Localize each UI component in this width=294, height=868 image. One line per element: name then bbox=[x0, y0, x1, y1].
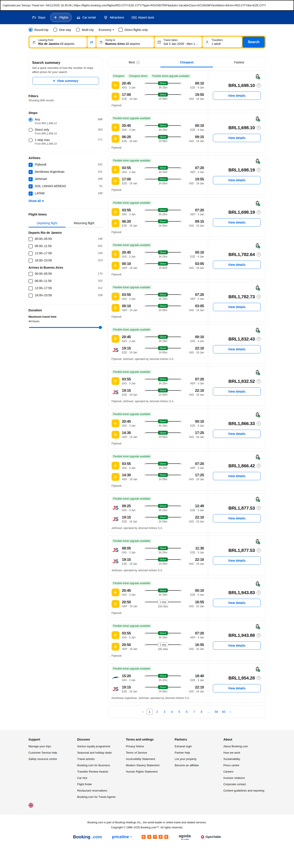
price-info-icon[interactable]: ? bbox=[257, 633, 261, 637]
view-details-button[interactable]: View details bbox=[213, 260, 260, 269]
view-details-button[interactable]: View details bbox=[213, 472, 260, 480]
sort-tab-fastest[interactable]: Fastest bbox=[213, 57, 265, 67]
view-details-button[interactable]: View details bbox=[213, 176, 260, 184]
footer-link[interactable]: Car hire bbox=[77, 776, 119, 779]
footer-link[interactable]: Customer Service help bbox=[29, 751, 71, 754]
footer-link[interactable]: Accessibility Statement bbox=[126, 757, 168, 761]
footer-link[interactable]: List your property bbox=[175, 757, 217, 761]
price-info-icon[interactable]: ? bbox=[257, 548, 261, 552]
previous-page-button[interactable]: ‹ bbox=[141, 710, 145, 714]
price-info-icon[interactable]: ? bbox=[257, 422, 261, 426]
page-button-59[interactable]: 59 bbox=[213, 709, 219, 715]
direct-flights-only-checkbox[interactable]: Direct flights only bbox=[119, 28, 148, 32]
time-option-0-3[interactable]: 18:00–23:59223 bbox=[29, 258, 102, 263]
footer-link[interactable]: Safety resource centre bbox=[29, 757, 71, 761]
nav-item-attractions[interactable]: Attractions bbox=[100, 13, 127, 22]
nav-item-car-rental[interactable]: Car rental bbox=[73, 13, 99, 22]
footer-link[interactable]: Travel articles bbox=[77, 757, 119, 761]
footer-link[interactable]: Manage your trips bbox=[29, 745, 71, 748]
duration-slider-thumb[interactable] bbox=[99, 326, 102, 329]
view-details-button[interactable]: View details bbox=[213, 92, 260, 100]
language-flag-uk-icon[interactable] bbox=[29, 803, 33, 808]
next-page-button[interactable]: › bbox=[228, 710, 233, 714]
view-details-button[interactable]: View details bbox=[213, 642, 260, 650]
opentable-logo[interactable]: OpenTable bbox=[201, 835, 221, 839]
trip-type-radio-1[interactable]: One way bbox=[53, 28, 71, 32]
page-button-3[interactable]: 3 bbox=[161, 709, 168, 715]
time-option-0-1[interactable]: 06:00–11:59281 bbox=[29, 244, 102, 248]
footer-link[interactable]: Terms of Service bbox=[126, 751, 168, 754]
nav-item-flights[interactable]: ✈Flights bbox=[50, 13, 72, 22]
price-info-icon[interactable]: ? bbox=[257, 210, 261, 214]
duration-slider[interactable] bbox=[29, 326, 102, 329]
trip-type-radio-2[interactable]: Multi-city bbox=[76, 28, 94, 32]
flight-times-tab-1[interactable]: Returning flight bbox=[66, 219, 102, 227]
footer-link[interactable]: About Booking.com bbox=[224, 745, 266, 748]
flight-times-tab-0[interactable]: Departing flight bbox=[29, 219, 66, 227]
time-option-0-2[interactable]: 12:00–17:59244 bbox=[29, 251, 102, 255]
time-option-1-0[interactable]: 00:00–05:59174 bbox=[29, 272, 102, 276]
page-button-60[interactable]: 60 bbox=[221, 709, 227, 715]
airline-option-4[interactable]: ✓LATAM185 bbox=[29, 191, 102, 196]
price-info-icon[interactable]: ? bbox=[257, 168, 261, 172]
view-details-button[interactable]: View details bbox=[213, 303, 260, 311]
footer-link[interactable]: Seasonal and holiday deals bbox=[77, 751, 119, 754]
price-info-icon[interactable]: ? bbox=[257, 676, 261, 680]
view-summary-button[interactable]: ✦View summary bbox=[32, 77, 99, 85]
footer-link[interactable]: Partner help bbox=[175, 751, 217, 754]
view-details-button[interactable]: View details bbox=[213, 345, 260, 353]
priceline-logo[interactable]: priceline® bbox=[112, 834, 132, 839]
page-button-8[interactable]: 8 bbox=[199, 709, 205, 715]
footer-link[interactable]: Restaurant reservations bbox=[77, 789, 119, 792]
trip-type-radio-0[interactable]: Round trip bbox=[29, 28, 49, 32]
footer-link[interactable]: Extranet login bbox=[175, 745, 217, 748]
search-button[interactable]: Search bbox=[242, 37, 265, 48]
view-details-button[interactable]: View details bbox=[213, 218, 260, 226]
footer-link[interactable]: Traveller Review Awards bbox=[77, 770, 119, 773]
search-field-travellers[interactable]: Travellers1 adult bbox=[203, 37, 242, 48]
airline-option-3[interactable]: ✓GOL LINHAS AEREAS51 bbox=[29, 184, 102, 188]
view-details-button[interactable]: View details bbox=[213, 599, 260, 607]
sort-tab-best[interactable]: Besti bbox=[108, 57, 160, 67]
stops-option-0[interactable]: AnyFrom BRL1,698.10896 bbox=[29, 118, 102, 125]
page-button-6[interactable]: 6 bbox=[184, 709, 190, 715]
footer-link[interactable]: Genius loyalty programme bbox=[77, 745, 119, 748]
footer-link[interactable]: Corporate contact bbox=[224, 783, 266, 786]
price-info-icon[interactable]: ? bbox=[257, 126, 261, 130]
footer-link[interactable]: How we work bbox=[224, 751, 266, 754]
airline-option-1[interactable]: ✓Aerolineas Argentinas411 bbox=[29, 170, 102, 174]
price-info-icon[interactable]: ? bbox=[257, 295, 261, 299]
footer-link[interactable]: Content guidelines and reporting bbox=[224, 789, 266, 792]
booking-com-logo[interactable]: Booking.com bbox=[73, 834, 102, 839]
show-all-airlines-link[interactable]: Show all▾ bbox=[29, 199, 44, 203]
airline-option-2[interactable]: ✓JetSmart269 bbox=[29, 177, 102, 181]
footer-link[interactable]: Press centre bbox=[224, 764, 266, 767]
price-info-icon[interactable]: ? bbox=[257, 591, 261, 595]
stops-option-1[interactable]: Direct onlyFrom BRL1,698.10263 bbox=[29, 128, 102, 135]
view-details-button[interactable]: View details bbox=[213, 430, 260, 438]
agoda-logo[interactable]: agoda bbox=[179, 834, 191, 840]
nav-item-airport-taxis[interactable]: TAXIAirport taxis bbox=[128, 13, 157, 22]
page-button-4[interactable]: 4 bbox=[169, 709, 175, 715]
price-info-icon[interactable]: ? bbox=[257, 379, 261, 383]
footer-link[interactable]: Careers bbox=[224, 770, 266, 773]
time-option-0-0[interactable]: 00:00–05:59148 bbox=[29, 237, 102, 241]
price-info-icon[interactable]: ? bbox=[257, 464, 261, 468]
nav-item-stays[interactable]: Stays bbox=[29, 13, 49, 22]
airline-option-0[interactable]: ✓Flybondi332 bbox=[29, 163, 102, 167]
page-button-1[interactable]: 1 bbox=[147, 709, 153, 715]
cabin-class-select[interactable]: Economy▾ bbox=[99, 28, 114, 32]
footer-link[interactable]: Become an affiliate bbox=[175, 764, 217, 767]
time-option-1-1[interactable]: 06:00–11:59202 bbox=[29, 279, 102, 283]
search-field-to[interactable]: Going toBuenos Aires All airports bbox=[96, 37, 154, 48]
view-details-button[interactable]: View details bbox=[213, 556, 260, 565]
footer-link[interactable]: Booking.com for Business bbox=[77, 764, 119, 767]
view-details-button[interactable]: View details bbox=[213, 388, 260, 396]
footer-link[interactable]: Modern Slavery Statement bbox=[126, 764, 168, 767]
footer-link[interactable]: Flight finder bbox=[77, 783, 119, 786]
time-option-1-3[interactable]: 18:00–23:59208 bbox=[29, 293, 102, 298]
search-field-dates[interactable]: Travel datesSat 3 Jan 2026 - Mon 19... bbox=[154, 37, 202, 48]
kayak-logo[interactable]: KAYAK bbox=[142, 835, 169, 839]
price-info-icon[interactable]: ? bbox=[257, 84, 261, 87]
view-details-button[interactable]: View details bbox=[213, 684, 260, 692]
